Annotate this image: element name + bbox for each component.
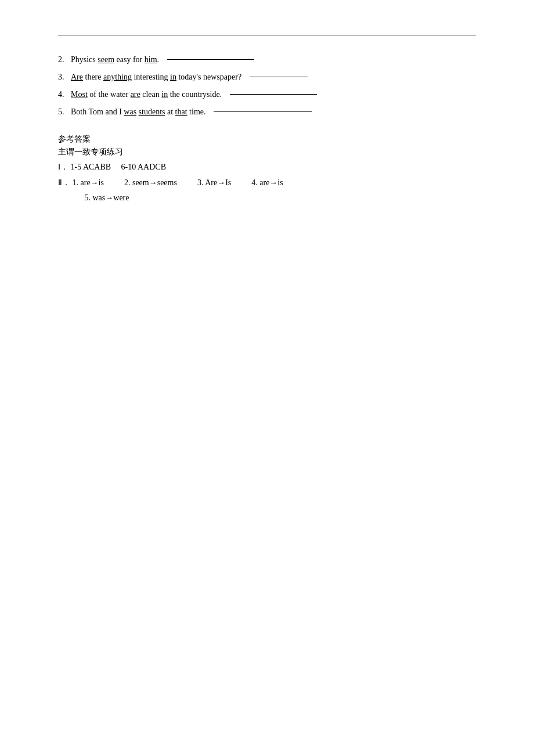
- exercise-2-text: Physics seem easy for him.: [71, 52, 254, 68]
- top-divider: [58, 35, 476, 35]
- underline-anything: anything: [103, 73, 132, 81]
- underline-are-4: are: [131, 90, 140, 99]
- exercise-line-3: 3. Are there anything interesting in tod…: [58, 69, 476, 85]
- answer-part2-item5: 5. was→were: [58, 190, 476, 206]
- highlight-easy: easy: [117, 55, 131, 64]
- exercise-3-text: Are there anything interesting in today'…: [71, 69, 308, 85]
- part2-item-2: 2. seem→seems: [124, 178, 177, 187]
- underline-him: him: [145, 55, 157, 64]
- part2-item-5: 5. was→were: [85, 193, 129, 202]
- exercise-line-5: 5. Both Tom and I was students at that t…: [58, 104, 476, 120]
- exercise-section: 2. Physics seem easy for him. 3. Are the…: [58, 52, 476, 120]
- page: 2. Physics seem easy for him. 3. Are the…: [0, 0, 534, 756]
- line-number-3: 3.: [58, 69, 68, 85]
- answer-blank-5: [214, 104, 312, 112]
- part2-item-4: 4. are→is: [251, 178, 283, 187]
- answer-blank-3: [250, 69, 308, 77]
- underline-in-4: in: [161, 90, 168, 99]
- answer-part2: Ⅱ． 1. are→is 2. seem→seems 3. Are→Is 4. …: [58, 175, 476, 191]
- part1-content: 1-5 ACABB 6-10 AADCB: [71, 163, 167, 171]
- exercise-4-text: Most of the water are clean in the count…: [71, 87, 317, 103]
- line-number-2: 2.: [58, 52, 68, 68]
- underline-are-3: Are: [71, 73, 83, 81]
- exercise-line-2: 2. Physics seem easy for him.: [58, 52, 476, 68]
- line-number-5: 5.: [58, 104, 68, 120]
- part2-label: Ⅱ．: [58, 178, 70, 187]
- underline-seem: seem: [98, 55, 114, 64]
- exercise-line-4: 4. Most of the water are clean in the co…: [58, 87, 476, 103]
- underline-that: that: [175, 107, 187, 116]
- underline-was: was: [124, 107, 136, 116]
- part1-label: Ⅰ．: [58, 163, 68, 171]
- underline-in-3: in: [170, 73, 176, 81]
- underline-students: students: [139, 107, 165, 116]
- underline-most: Most: [71, 90, 88, 99]
- answer-part1: Ⅰ． 1-5 ACABB 6-10 AADCB: [58, 160, 476, 175]
- answer-blank-2: [167, 52, 254, 60]
- answer-section: 参考答案 主谓一致专项练习 Ⅰ． 1-5 ACABB 6-10 AADCB Ⅱ．…: [58, 134, 476, 206]
- line-number-4: 4.: [58, 87, 68, 103]
- answer-subtitle: 主谓一致专项练习: [58, 147, 476, 157]
- answer-title: 参考答案: [58, 134, 476, 145]
- part2-item-3: 3. Are→Is: [197, 178, 231, 187]
- exercise-5-text: Both Tom and I was students at that time…: [71, 104, 312, 120]
- part2-item-1: 1. are→is: [73, 178, 104, 187]
- answer-blank-4: [230, 87, 317, 95]
